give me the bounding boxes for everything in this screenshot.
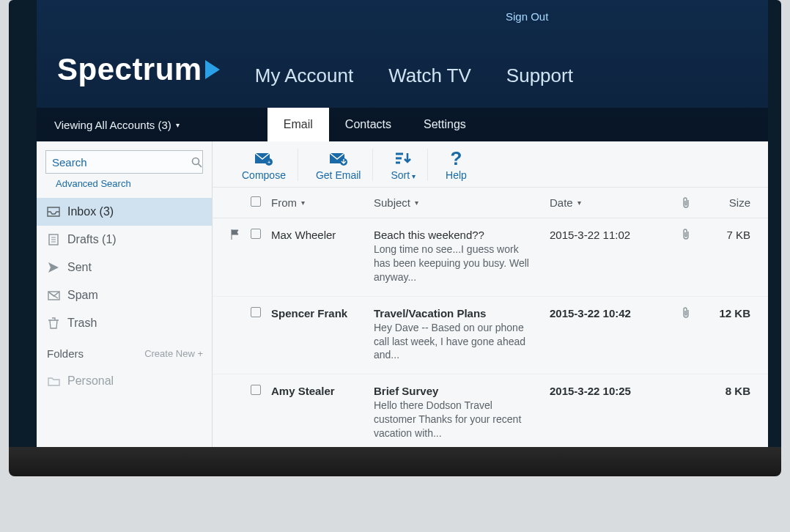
svg-text:+: + [267, 159, 271, 166]
search-icon[interactable] [191, 157, 202, 168]
flag-icon[interactable] [230, 307, 251, 363]
caret-down-icon: ▾ [176, 121, 180, 129]
monitor-bezel [9, 447, 781, 476]
column-attachment[interactable] [682, 197, 711, 209]
caret-down-icon: ▾ [415, 199, 418, 207]
get-email-icon [329, 149, 348, 168]
top-bar: Sign Out [37, 0, 768, 23]
message-row[interactable]: Max WheelerBeach this weekend??Long time… [213, 218, 768, 297]
folder-drafts[interactable]: Drafts (1) [37, 226, 212, 254]
header-row: Spectrum My Account Watch TV Support [37, 23, 768, 108]
column-header: From▾ Subject▾ Date▾ Size [213, 188, 768, 218]
attachment-icon [682, 385, 711, 440]
folder-label: Drafts (1) [67, 233, 117, 246]
caret-down-icon: ▾ [301, 199, 305, 207]
message-checkbox[interactable] [251, 307, 261, 317]
message-from: Spencer Frank [271, 307, 374, 363]
drafts-icon [47, 234, 60, 245]
accounts-dropdown[interactable]: Viewing All Accounts (3) ▾ [54, 119, 180, 131]
message-from: Amy Stealer [271, 385, 374, 440]
message-date: 2015-3-22 11:02 [550, 229, 682, 284]
flag-icon[interactable] [230, 385, 251, 440]
folder-label: Inbox (3) [67, 205, 114, 218]
nav-support[interactable]: Support [506, 64, 573, 87]
search-input[interactable] [52, 156, 191, 169]
main-panel: + Compose Get Email Sort▾ [213, 141, 768, 447]
play-icon [205, 60, 220, 79]
accounts-label: Viewing All Accounts (3) [54, 119, 171, 131]
compose-icon: + [254, 149, 273, 168]
message-size: 12 KB [711, 307, 750, 363]
message-size: 8 KB [711, 385, 750, 440]
caret-down-icon: ▾ [412, 172, 416, 180]
tab-email[interactable]: Email [267, 108, 329, 141]
folder-sent[interactable]: Sent [37, 254, 212, 281]
help-icon: ? [451, 149, 462, 168]
svg-marker-7 [48, 262, 59, 273]
attachment-icon [682, 229, 711, 284]
folders-header: Folders Create New + [37, 337, 212, 367]
column-date[interactable]: Date▾ [550, 196, 682, 209]
message-list: Max WheelerBeach this weekend??Long time… [213, 218, 768, 447]
column-subject[interactable]: Subject▾ [374, 196, 550, 209]
create-folder-link[interactable]: Create New + [144, 348, 203, 359]
caret-down-icon: ▾ [577, 199, 581, 207]
spam-icon [47, 291, 60, 300]
svg-marker-0 [205, 60, 220, 79]
tab-strip: Viewing All Accounts (3) ▾ Email Contact… [37, 108, 768, 141]
folder-trash[interactable]: Trash [37, 309, 212, 337]
attachment-icon [682, 307, 711, 363]
message-date: 2015-3-22 10:42 [550, 307, 682, 363]
message-row[interactable]: Spencer FrankTravel/Vacation PlansHey Da… [213, 297, 768, 375]
inbox-icon [47, 207, 60, 217]
folder-icon [47, 377, 60, 386]
search-box[interactable] [45, 150, 203, 174]
sent-icon [47, 262, 60, 273]
message-row[interactable]: Amy StealerBrief SurveyHello there Dodso… [213, 374, 768, 447]
flag-icon[interactable] [230, 229, 251, 284]
message-subject: Beach this weekend??Long time no see...I… [374, 229, 550, 284]
brand-name: Spectrum [57, 52, 202, 87]
tab-contacts[interactable]: Contacts [329, 108, 407, 141]
message-date: 2015-3-22 10:25 [550, 385, 682, 440]
nav-watch-tv[interactable]: Watch TV [388, 64, 471, 87]
message-checkbox[interactable] [251, 229, 261, 239]
column-size: Size [711, 196, 750, 209]
sidebar: Advanced Search Inbox (3) Drafts (1) [37, 141, 213, 447]
select-all-checkbox[interactable] [251, 196, 261, 207]
toolbar-label: Get Email [316, 169, 361, 181]
column-from[interactable]: From▾ [271, 196, 374, 209]
get-email-button[interactable]: Get Email [304, 149, 373, 181]
svg-point-1 [193, 158, 199, 164]
folder-label: Trash [67, 317, 97, 330]
nav-my-account[interactable]: My Account [255, 64, 353, 87]
folder-label: Personal [67, 374, 114, 388]
paperclip-icon [682, 197, 690, 209]
message-subject: Travel/Vacation PlansHey Dave -- Based o… [374, 307, 550, 363]
folders-header-label: Folders [47, 347, 84, 360]
help-button[interactable]: ? Help [434, 149, 479, 181]
toolbar-label: Help [446, 169, 467, 181]
message-checkbox[interactable] [251, 385, 261, 395]
folder-spam[interactable]: Spam [37, 281, 212, 309]
brand-logo[interactable]: Spectrum [57, 52, 220, 87]
toolbar-label: Compose [242, 169, 286, 181]
message-subject: Brief SurveyHello there Dodson Travel cu… [374, 385, 550, 440]
sort-button[interactable]: Sort▾ [379, 149, 428, 181]
message-from: Max Wheeler [271, 229, 374, 284]
tab-settings[interactable]: Settings [407, 108, 482, 141]
message-size: 7 KB [711, 229, 750, 284]
trash-icon [47, 317, 60, 329]
folder-label: Sent [67, 261, 92, 274]
advanced-search-link[interactable]: Advanced Search [56, 178, 131, 189]
folder-inbox[interactable]: Inbox (3) [37, 198, 212, 226]
sort-icon [394, 149, 412, 168]
svg-line-2 [199, 163, 202, 167]
compose-button[interactable]: + Compose [230, 149, 298, 181]
folder-personal[interactable]: Personal [37, 367, 212, 395]
toolbar: + Compose Get Email Sort▾ [213, 141, 768, 188]
sign-out-link[interactable]: Sign Out [506, 10, 548, 23]
folder-label: Spam [67, 289, 98, 302]
toolbar-label: Sort▾ [391, 169, 416, 181]
